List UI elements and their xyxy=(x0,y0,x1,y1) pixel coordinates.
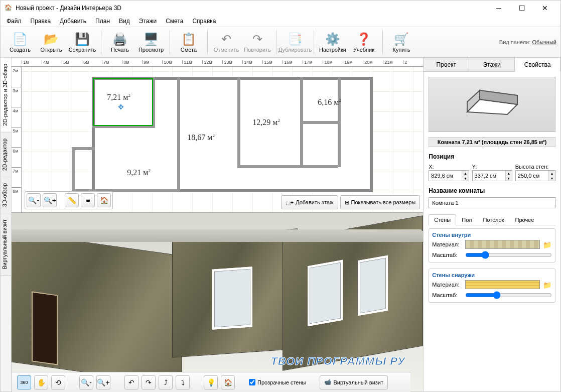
room-area-label: 12,29 м2 xyxy=(252,118,280,127)
toolbar-создать[interactable]: 📄Создать xyxy=(5,28,36,56)
rotate-left-button[interactable]: ↶ xyxy=(124,375,138,389)
maximize-button[interactable]: ☐ xyxy=(510,1,533,16)
toolbar: 📄Создать📂Открыть💾Сохранить🖨️Печать🖥️Прос… xyxy=(1,27,560,58)
x-input[interactable]: ▲▼ xyxy=(429,170,469,181)
editor-area: 1м4м5м6м7м8м9м10м11м12м13м14м15м16м17м18… xyxy=(12,58,423,391)
y-input[interactable]: ▲▼ xyxy=(472,170,512,181)
menu-estimate[interactable]: Смета xyxy=(162,16,187,26)
x-down[interactable]: ▼ xyxy=(462,176,468,181)
дублировать-icon: 📑 xyxy=(288,32,303,47)
открыть-icon: 📂 xyxy=(44,32,59,47)
dimensions-icon: ⊞ xyxy=(345,199,349,206)
y-label: Y: xyxy=(472,164,477,170)
menu-floors[interactable]: Этажи xyxy=(135,16,161,26)
menu-file[interactable]: Файл xyxy=(3,16,26,26)
plan-2d-view[interactable]: 2м3м4м5м6м7м8м ✥ xyxy=(12,67,423,212)
material-label: Материал: xyxy=(432,241,462,247)
walls-inside-section: Стены внутри Материал:📁 Масштаб: xyxy=(429,228,555,263)
subtab-floor[interactable]: Пол xyxy=(456,214,477,225)
browse-material-inside-icon[interactable]: 📁 xyxy=(543,241,552,248)
view-360-button[interactable]: 360 xyxy=(17,375,31,389)
plan-toolbar-left: 🔍- 🔍+ 📏 ≡ 🏠 xyxy=(25,191,113,209)
home-button[interactable]: 🏠 xyxy=(97,193,111,207)
room-area-label: 6,16 м2 xyxy=(318,98,341,107)
panel-mode-link[interactable]: Обычный xyxy=(532,39,556,45)
snap-button[interactable]: ≡ xyxy=(81,193,95,207)
scale-slider-inside[interactable] xyxy=(465,251,552,259)
home-3d-button[interactable]: 🏠 xyxy=(221,375,235,389)
toolbar-настройки[interactable]: ⚙️Настройки xyxy=(317,28,348,56)
menu-edit[interactable]: Правка xyxy=(27,16,55,26)
walls-inside-header: Стены внутри xyxy=(432,232,552,238)
tab-properties[interactable]: Свойства xyxy=(515,58,560,72)
tab-floors[interactable]: Этажи xyxy=(469,58,515,71)
toolbar-печать[interactable]: 🖨️Печать xyxy=(104,28,135,56)
h-down[interactable]: ▼ xyxy=(549,176,555,181)
virtual-visit-button[interactable]: 📹Виртуальный визит xyxy=(320,375,388,389)
повторить-icon: ↷ xyxy=(250,32,265,47)
toolbar-учебник[interactable]: ❓Учебник xyxy=(348,28,379,56)
vtab-2D-редактор[interactable]: 2D-редактор xyxy=(1,133,11,177)
scale-slider-outside[interactable] xyxy=(465,291,552,299)
transparent-walls-checkbox[interactable]: Прозрачные стены xyxy=(249,379,306,385)
toolbar-просмотр[interactable]: 🖥️Просмотр xyxy=(135,28,167,56)
menu-view[interactable]: Вид xyxy=(115,16,134,26)
vertical-tabs: 2D-редактор и 3D-обзор2D-редактор3D-обзо… xyxy=(1,58,12,391)
toolbar-повторить: ↷Повторить xyxy=(242,28,273,56)
material-swatch-outside[interactable] xyxy=(465,280,540,289)
tilt-down-button[interactable]: ⤵ xyxy=(176,375,190,389)
toolbar-отменить: ↶Отменить xyxy=(211,28,242,56)
minimize-button[interactable]: ─ xyxy=(487,1,510,16)
h-up[interactable]: ▲ xyxy=(549,171,555,176)
vtab-2D-редактор и 3D-обзор[interactable]: 2D-редактор и 3D-обзор xyxy=(1,58,11,133)
subtab-walls[interactable]: Стены xyxy=(429,214,456,225)
app-icon: 🏠 xyxy=(5,4,13,12)
material-swatch-inside[interactable] xyxy=(465,240,540,249)
menu-plan[interactable]: План xyxy=(91,16,114,26)
смета-icon: 📋 xyxy=(181,32,196,47)
zoom-in-3d-button[interactable]: 🔍+ xyxy=(96,375,110,389)
отменить-icon: ↶ xyxy=(219,32,234,47)
menu-help[interactable]: Справка xyxy=(188,16,220,26)
x-up[interactable]: ▲ xyxy=(462,171,468,176)
material-label-out: Материал: xyxy=(432,282,462,288)
move-handle-icon[interactable]: ✥ xyxy=(118,103,124,111)
room-name-input[interactable] xyxy=(429,197,555,208)
toolbar-открыть[interactable]: 📂Открыть xyxy=(36,28,67,56)
tab-project[interactable]: Проект xyxy=(424,58,469,71)
toolbar-купить[interactable]: 🛒Купить xyxy=(386,28,417,56)
scale-label: Масштаб: xyxy=(432,252,462,258)
close-button[interactable]: ✕ xyxy=(533,1,556,16)
zoom-out-button[interactable]: 🔍- xyxy=(27,193,41,207)
y-up[interactable]: ▲ xyxy=(506,171,512,176)
menu-add[interactable]: Добавить xyxy=(56,16,90,26)
pan-button[interactable]: ✋ xyxy=(34,375,48,389)
tilt-up-button[interactable]: ⤴ xyxy=(159,375,173,389)
titlebar: 🏠 Новый проект - Дизайн Интерьера 3D ─ ☐… xyxy=(1,1,560,16)
show-sizes-button[interactable]: ⊞Показывать все размеры xyxy=(340,195,420,209)
toolbar-сохранить[interactable]: 💾Сохранить xyxy=(67,28,98,56)
room-area-label: 9,21 м2 xyxy=(127,168,151,177)
vtab-3D-обзор[interactable]: 3D-обзор xyxy=(1,177,11,213)
subtab-other[interactable]: Прочее xyxy=(509,214,539,225)
height-input[interactable]: ▲▼ xyxy=(515,170,555,181)
zoom-out-3d-button[interactable]: 🔍- xyxy=(79,375,93,389)
toolbar-смета[interactable]: 📋Смета xyxy=(173,28,204,56)
property-subtabs: Стены Пол Потолок Прочее xyxy=(429,214,555,225)
subtab-ceiling[interactable]: Потолок xyxy=(477,214,509,225)
zoom-in-button[interactable]: 🔍+ xyxy=(43,193,57,207)
walls-outside-header: Стены снаружи xyxy=(432,272,552,278)
add-floor-icon: ⬚+ xyxy=(286,199,294,206)
toolbar-3d: 360 ✋ ⟲ 🔍- 🔍+ ↶ ↷ ⤴ ⤵ 💡 🏠 Прозрачные сте… xyxy=(12,372,410,392)
vtab-Виртуальный визит[interactable]: Виртуальный визит xyxy=(1,213,11,276)
light-button[interactable]: 💡 xyxy=(204,375,218,389)
rotate-right-button[interactable]: ↷ xyxy=(142,375,156,389)
ruler-horizontal: 1м4м5м6м7м8м9м10м11м12м13м14м15м16м17м18… xyxy=(12,58,423,67)
browse-material-outside-icon[interactable]: 📁 xyxy=(543,281,552,288)
y-down[interactable]: ▼ xyxy=(506,176,512,181)
orbit-button[interactable]: ⟲ xyxy=(51,375,65,389)
ruler-vertical: 2м3м4м5м6м7м8м xyxy=(12,67,22,212)
add-floor-button[interactable]: ⬚+Добавить этаж xyxy=(281,195,338,209)
measure-button[interactable]: 📏 xyxy=(65,193,79,207)
x-label: X: xyxy=(429,164,434,170)
